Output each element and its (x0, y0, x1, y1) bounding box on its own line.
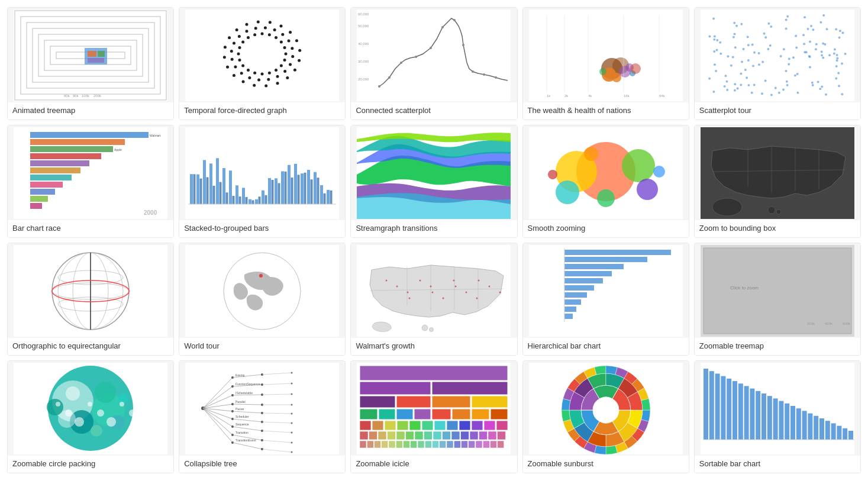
svg-point-228 (783, 48, 785, 50)
svg-text:TransitionEvent: TransitionEvent (235, 438, 256, 442)
svg-rect-252 (213, 185, 215, 204)
card-sortable-bar[interactable]: Sortable bar chart (694, 360, 861, 473)
svg-point-296 (584, 147, 598, 161)
svg-point-123 (822, 56, 824, 59)
svg-rect-510 (738, 383, 743, 440)
svg-point-188 (820, 50, 822, 53)
svg-point-91 (495, 76, 497, 79)
svg-point-20 (289, 63, 292, 66)
svg-point-30 (264, 84, 267, 87)
svg-text:1k: 1k (547, 94, 551, 98)
svg-point-335 (489, 285, 491, 287)
card-stacked-grouped[interactable]: Stacked-to-grouped bars (179, 125, 346, 238)
card-walmart-growth[interactable]: Walmart's growth (350, 243, 517, 356)
svg-rect-268 (265, 195, 267, 204)
card-smooth-zooming[interactable]: Smooth zooming (522, 125, 689, 238)
svg-rect-276 (291, 178, 293, 204)
svg-rect-277 (294, 163, 297, 204)
svg-rect-464 (472, 421, 483, 430)
svg-point-334 (478, 279, 480, 281)
card-zoomable-icicle[interactable]: Zoomable icicle (350, 360, 517, 473)
card-connected-scatterplot[interactable]: 60,000 50,000 40,000 30,000 20,000 Conne… (350, 7, 517, 120)
svg-point-31 (261, 72, 264, 75)
svg-rect-461 (434, 421, 446, 430)
svg-rect-486 (382, 441, 388, 448)
svg-point-147 (732, 56, 734, 58)
svg-rect-275 (288, 164, 291, 204)
svg-line-403 (233, 411, 262, 413)
card-zoomable-treemap[interactable]: Click to zoom 200k 400k 600k Zoomable tr… (694, 243, 861, 356)
svg-rect-253 (216, 158, 219, 204)
svg-point-222 (740, 83, 742, 86)
svg-rect-271 (275, 178, 277, 204)
card-world-tour[interactable]: World tour (179, 243, 346, 356)
svg-rect-521 (802, 411, 806, 440)
svg-point-149 (734, 46, 737, 49)
card-scatterplot-tour[interactable]: Scatterplot tour (694, 7, 861, 120)
svg-point-45 (223, 56, 226, 59)
svg-text:200k: 200k (93, 94, 102, 98)
card-bar-chart-race[interactable]: Walmart Apple (7, 125, 174, 238)
svg-rect-446 (472, 396, 508, 408)
svg-rect-488 (396, 441, 403, 448)
svg-rect-485 (375, 441, 381, 448)
svg-rect-513 (756, 391, 760, 439)
svg-rect-447 (360, 409, 377, 420)
svg-rect-494 (440, 441, 446, 448)
svg-point-203 (817, 80, 819, 83)
svg-point-329 (443, 297, 444, 299)
svg-point-162 (804, 16, 806, 18)
svg-text:400k: 400k (825, 322, 833, 325)
svg-point-306 (776, 209, 781, 214)
svg-point-157 (744, 68, 747, 70)
svg-point-324 (407, 291, 409, 293)
svg-point-193 (719, 52, 722, 54)
svg-text:16k: 16k (624, 94, 630, 98)
svg-rect-288 (330, 190, 333, 204)
card-animated-treemap[interactable]: 80k 90k 100k 200k Animated treemap (7, 7, 174, 120)
svg-point-293 (556, 180, 579, 204)
card-streamgraph[interactable]: Streamgraph transitions (350, 125, 517, 238)
svg-rect-458 (397, 421, 408, 430)
card-zoomable-sunburst[interactable]: Zoomable sunburst (522, 360, 689, 473)
svg-point-179 (724, 75, 727, 77)
svg-point-227 (809, 56, 811, 58)
card-zoom-bounding[interactable]: Zoom to bounding box (694, 125, 861, 238)
thumb-temporal-force-directed (179, 8, 345, 102)
svg-point-127 (821, 85, 823, 88)
svg-rect-462 (447, 421, 458, 430)
svg-point-167 (786, 15, 789, 17)
svg-point-53 (238, 34, 241, 37)
svg-point-51 (228, 36, 231, 39)
svg-text:64k: 64k (659, 94, 666, 98)
svg-point-161 (786, 83, 788, 86)
svg-rect-283 (314, 172, 317, 204)
svg-rect-262 (246, 197, 248, 204)
svg-rect-496 (454, 441, 461, 448)
card-wealth-health[interactable]: 1k 2k 4k 16k 64k T (522, 7, 689, 120)
svg-point-115 (725, 80, 728, 82)
svg-rect-474 (424, 431, 433, 440)
svg-rect-274 (285, 171, 287, 204)
label-stacked-grouped: Stacked-to-grouped bars (179, 220, 345, 237)
svg-rect-273 (281, 171, 284, 204)
card-temporal-force-directed[interactable]: Temporal force-directed graph (179, 7, 346, 120)
svg-rect-457 (385, 421, 396, 430)
svg-point-132 (741, 60, 743, 63)
svg-rect-233 (30, 139, 125, 145)
card-circle-packing[interactable]: Zoomable circle packing (7, 360, 174, 473)
svg-rect-487 (389, 441, 395, 448)
svg-point-146 (785, 70, 787, 72)
svg-point-85 (430, 47, 432, 49)
svg-point-370 (97, 409, 104, 417)
svg-rect-466 (496, 421, 508, 430)
svg-point-24 (286, 76, 289, 79)
svg-rect-442 (432, 382, 508, 395)
card-collapsible-tree[interactable]: Easing FunctionSequence ISchedulable Par… (179, 360, 346, 473)
card-hierarchical-bar[interactable]: Hierarchical bar chart (522, 243, 689, 356)
svg-point-84 (415, 56, 417, 58)
svg-point-170 (806, 28, 809, 30)
card-orthographic[interactable]: Orthographic to equirectangular (7, 243, 174, 356)
svg-point-367 (65, 409, 72, 417)
label-bar-chart-race: Bar chart race (8, 220, 173, 237)
